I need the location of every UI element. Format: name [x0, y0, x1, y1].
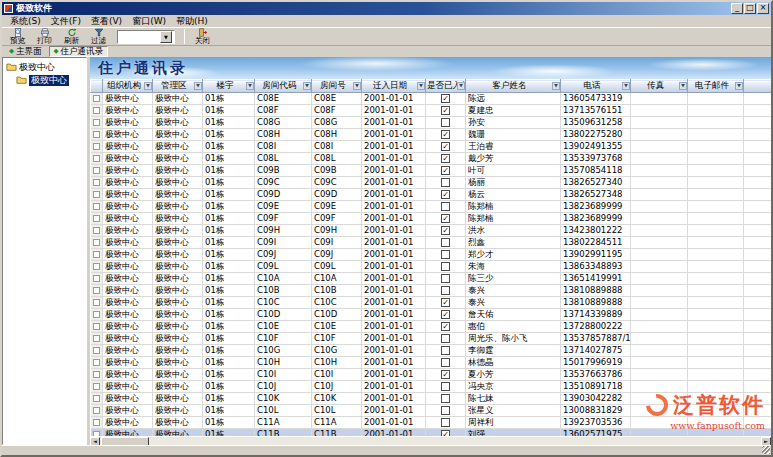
occupied-checkbox[interactable]: [441, 274, 450, 283]
menu-item-view[interactable]: 查看(V): [86, 15, 127, 27]
scrollbar-track[interactable]: [149, 437, 761, 445]
column-header-email[interactable]: 电子邮件▼: [688, 80, 744, 93]
grid-row[interactable]: 极致中心极致中心01栋C09CC09C2001-01-01杨丽138265273…: [91, 177, 772, 189]
grid-row[interactable]: 极致中心极致中心01栋C10BC10B2001-01-01泰兴138108898…: [91, 285, 772, 297]
print-button[interactable]: 打印: [31, 28, 58, 46]
occupied-checkbox[interactable]: ✓: [441, 130, 450, 139]
grid-row[interactable]: 极致中心极致中心01栋C09EC09E2001-01-01陈郑楠13823689…: [91, 201, 772, 213]
grid-row[interactable]: 极致中心极致中心01栋C09IC09I2001-01-01烈鑫138022845…: [91, 237, 772, 249]
column-header-room_code[interactable]: 房间代码▼: [255, 80, 312, 93]
column-header-fax[interactable]: 传真▼: [631, 80, 688, 93]
header-filter-icon[interactable]: ▼: [679, 82, 687, 90]
grid-row[interactable]: 极致中心极致中心01栋C09JC09J2001-01-01郑少才13902991…: [91, 249, 772, 261]
occupied-checkbox[interactable]: [441, 118, 450, 127]
header-filter-icon[interactable]: ▼: [552, 82, 560, 90]
occupied-checkbox[interactable]: [441, 334, 450, 343]
grid-row[interactable]: 极致中心极致中心01栋C10CC10C2001-01-01✓泰兴13810889…: [91, 297, 772, 309]
grid-row[interactable]: 极致中心极致中心01栋C09FC09F2001-01-01✓陈郑楠1382368…: [91, 213, 772, 225]
grid-row[interactable]: 极致中心极致中心01栋C10HC10H2001-01-01林德晶15017996…: [91, 357, 772, 369]
maximize-icon[interactable]: □: [744, 3, 756, 14]
occupied-checkbox[interactable]: [441, 250, 450, 259]
occupied-checkbox[interactable]: ✓: [441, 142, 450, 151]
header-filter-icon[interactable]: ▼: [457, 82, 465, 90]
occupied-checkbox[interactable]: [441, 202, 450, 211]
tree-item-0[interactable]: 极致中心: [3, 61, 86, 74]
tab-main-view[interactable]: ◆主界面: [5, 46, 46, 57]
scroll-left-icon[interactable]: ◄: [90, 437, 100, 445]
combobox-input[interactable]: [118, 31, 160, 43]
menu-item-file[interactable]: 文件(F): [46, 15, 86, 27]
minimize-icon[interactable]: _: [731, 3, 743, 14]
header-filter-icon[interactable]: ▼: [303, 82, 311, 90]
header-filter-icon[interactable]: ▼: [622, 82, 630, 90]
column-header-move_in_date[interactable]: 迁入日期▼: [362, 80, 426, 93]
header-filter-icon[interactable]: ▼: [735, 82, 743, 90]
occupied-checkbox[interactable]: [441, 382, 450, 391]
occupied-checkbox[interactable]: [441, 406, 450, 415]
grid-row[interactable]: 极致中心极致中心01栋C09BC09B2001-01-01✓叶可13570854…: [91, 165, 772, 177]
horizontal-scrollbar[interactable]: ◄ ►: [90, 436, 771, 445]
grid-row[interactable]: 极致中心极致中心01栋C10IC10I2001-01-01✓夏小芳1353766…: [91, 369, 772, 381]
tab-resident-directory[interactable]: ◆住户通讯录: [49, 46, 109, 57]
occupied-checkbox[interactable]: [441, 418, 450, 427]
grid-row[interactable]: 极致中心极致中心01栋C08LC08L2001-01-01✓戴少芳1353397…: [91, 153, 772, 165]
grid-row[interactable]: 极致中心极致中心01栋C09HC09H2001-01-01✓洪水13423801…: [91, 225, 772, 237]
occupied-checkbox[interactable]: [441, 394, 450, 403]
occupied-checkbox[interactable]: ✓: [441, 298, 450, 307]
column-header-area[interactable]: 管理区▼: [153, 80, 203, 93]
occupied-checkbox[interactable]: ✓: [441, 226, 450, 235]
grid-row[interactable]: 极致中心极致中心01栋C08GC08G2001-01-01孙安135096312…: [91, 117, 772, 129]
close-button[interactable]: 关闭: [189, 28, 216, 46]
toolbar-combobox[interactable]: ▼: [117, 30, 175, 44]
header-filter-icon[interactable]: ▼: [417, 82, 425, 90]
menu-item-help[interactable]: 帮助(H): [171, 15, 213, 27]
close-icon[interactable]: ×: [757, 3, 769, 14]
occupied-checkbox[interactable]: ✓: [441, 106, 450, 115]
header-filter-icon[interactable]: ▼: [144, 82, 152, 90]
occupied-checkbox[interactable]: [441, 346, 450, 355]
grid-row[interactable]: 极致中心极致中心01栋C10FC10F2001-01-01周光乐、陈小飞1353…: [91, 333, 772, 345]
occupied-checkbox[interactable]: ✓: [441, 154, 450, 163]
column-header-sel[interactable]: [91, 80, 103, 93]
header-filter-icon[interactable]: ▼: [353, 82, 361, 90]
menu-item-system[interactable]: 系统(S): [5, 15, 46, 27]
tree-item-1[interactable]: 极致中心: [3, 74, 86, 87]
occupied-checkbox[interactable]: ✓: [441, 190, 450, 199]
occupied-checkbox[interactable]: ✓: [441, 94, 450, 103]
filter-button[interactable]: 过滤: [85, 28, 112, 46]
grid-row[interactable]: 极致中心极致中心01栋C10AC10A2001-01-01陈三少13651419…: [91, 273, 772, 285]
column-header-occupied[interactable]: 是否已入住▼: [426, 80, 466, 93]
grid-row[interactable]: 极致中心极致中心01栋C08HC08H2001-01-01✓魏珊13802275…: [91, 129, 772, 141]
column-header-filler[interactable]: [744, 80, 772, 93]
column-header-room_no[interactable]: 房间号▼: [312, 80, 362, 93]
grid-row[interactable]: 极致中心极致中心01栋C08FC08F2001-01-01✓夏建忠1371357…: [91, 105, 772, 117]
occupied-checkbox[interactable]: [441, 286, 450, 295]
grid-row[interactable]: 极致中心极致中心01栋C08IC08I2001-01-01✓王泊睿1390249…: [91, 141, 772, 153]
grid-row[interactable]: 极致中心极致中心01栋C10EC10E2001-01-01✓惠伯13728800…: [91, 321, 772, 333]
grid-row[interactable]: 极致中心极致中心01栋C09DC09D2001-01-01✓杨云13826527…: [91, 189, 772, 201]
occupied-checkbox[interactable]: [441, 178, 450, 187]
column-header-building[interactable]: 楼宇▼: [203, 80, 255, 93]
occupied-checkbox[interactable]: [441, 262, 450, 271]
scrollbar-thumb[interactable]: [101, 437, 149, 445]
column-header-name[interactable]: 客户姓名▼: [466, 80, 561, 93]
occupied-checkbox[interactable]: ✓: [441, 310, 450, 319]
grid-row[interactable]: 极致中心极致中心01栋C09LC09L2001-01-01朱海138633488…: [91, 261, 772, 273]
grid-row[interactable]: 极致中心极致中心01栋C10GC10G2001-01-01李御霆13714027…: [91, 345, 772, 357]
grid-row[interactable]: 极致中心极致中心01栋C08EC08E2001-01-01✓陈远13605473…: [91, 93, 772, 105]
occupied-checkbox[interactable]: ✓: [441, 370, 450, 379]
menu-item-window[interactable]: 窗口(W): [127, 15, 171, 27]
occupied-checkbox[interactable]: ✓: [441, 214, 450, 223]
occupied-checkbox[interactable]: [441, 358, 450, 367]
chevron-down-icon[interactable]: ▼: [160, 31, 172, 43]
scroll-right-icon[interactable]: ►: [761, 437, 771, 445]
occupied-checkbox[interactable]: ✓: [441, 166, 450, 175]
header-filter-icon[interactable]: ▼: [194, 82, 202, 90]
occupied-checkbox[interactable]: ✓: [441, 322, 450, 331]
refresh-button[interactable]: 刷新: [58, 28, 85, 46]
resize-grip[interactable]: [762, 446, 770, 454]
grid-row[interactable]: 极致中心极致中心01栋C10DC10D2001-01-01✓詹天佑1371433…: [91, 309, 772, 321]
preview-button[interactable]: 预览: [4, 28, 31, 46]
column-header-phone[interactable]: 电话▼: [561, 80, 631, 93]
header-filter-icon[interactable]: ▼: [246, 82, 254, 90]
